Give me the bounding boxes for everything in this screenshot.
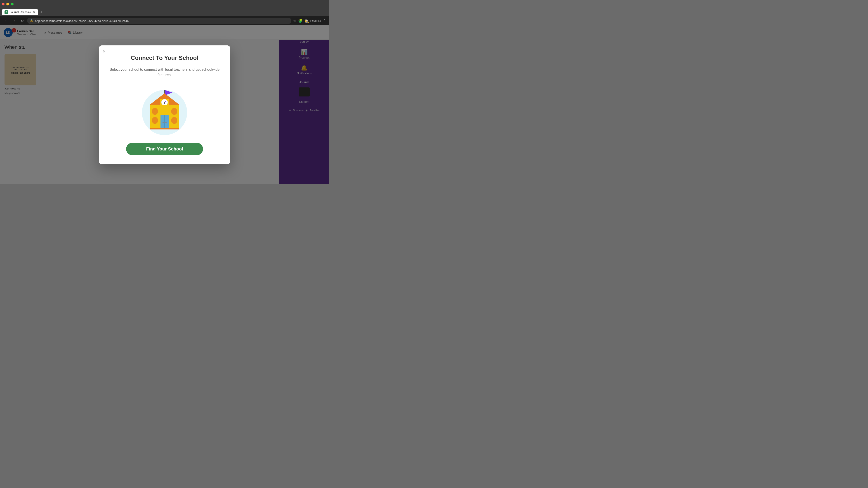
incognito-label: Incognito xyxy=(310,19,321,22)
tab-title: Journal - Seesaw xyxy=(10,11,31,14)
url-bar[interactable]: 🔒 app.seesaw.me/#/class/class.e01bf4c2-9… xyxy=(27,18,291,24)
tab-bar: S Journal - Seesaw ✕ + xyxy=(0,8,329,16)
svg-rect-10 xyxy=(152,117,158,124)
menu-icon[interactable]: ⋮ xyxy=(323,19,327,23)
extensions-icon[interactable]: 🧩 xyxy=(298,19,303,23)
school-illustration xyxy=(137,83,192,137)
modal-close-btn[interactable]: × xyxy=(103,49,105,54)
close-window-btn[interactable] xyxy=(2,3,4,5)
address-actions: ☆ 🧩 🕵 Incognito ⋮ xyxy=(293,19,327,23)
forward-btn[interactable]: → xyxy=(11,18,17,24)
lock-icon: 🔒 xyxy=(30,19,33,22)
new-tab-btn[interactable]: + xyxy=(38,9,44,15)
url-text: app.seesaw.me/#/class/class.e01bf4c2-9a2… xyxy=(35,19,289,23)
modal-subtitle: Select your school to connect with local… xyxy=(108,67,221,78)
svg-rect-17 xyxy=(150,128,179,129)
tab-favicon: S xyxy=(4,10,8,14)
incognito-badge: 🕵 Incognito xyxy=(305,19,321,23)
active-tab[interactable]: S Journal - Seesaw ✕ xyxy=(2,9,38,15)
reload-btn[interactable]: ↻ xyxy=(19,18,25,24)
maximize-window-btn[interactable] xyxy=(11,3,13,5)
find-school-btn[interactable]: Find Your School xyxy=(126,143,203,155)
svg-rect-12 xyxy=(171,117,177,124)
tab-close-btn[interactable]: ✕ xyxy=(33,10,35,14)
svg-point-16 xyxy=(165,122,166,123)
incognito-icon: 🕵 xyxy=(305,19,309,23)
minimize-window-btn[interactable] xyxy=(6,3,9,5)
back-btn[interactable]: ← xyxy=(3,18,9,24)
app-background: LD 1 Lauren Deli Teacher - 1 Class ✉ Mes… xyxy=(0,25,329,184)
window-controls xyxy=(2,3,13,5)
title-bar xyxy=(0,0,329,8)
bookmark-icon[interactable]: ☆ xyxy=(293,19,296,23)
svg-rect-11 xyxy=(171,108,177,115)
browser-chrome: S Journal - Seesaw ✕ + ← → ↻ 🔒 app.seesa… xyxy=(0,0,329,25)
svg-rect-9 xyxy=(152,108,158,115)
connect-school-modal: × Connect To Your School Select your sch… xyxy=(99,45,230,164)
address-bar: ← → ↻ 🔒 app.seesaw.me/#/class/class.e01b… xyxy=(0,16,329,25)
modal-title: Connect To Your School xyxy=(131,55,198,61)
svg-point-15 xyxy=(162,122,164,123)
modal-overlay: × Connect To Your School Select your sch… xyxy=(0,25,329,184)
